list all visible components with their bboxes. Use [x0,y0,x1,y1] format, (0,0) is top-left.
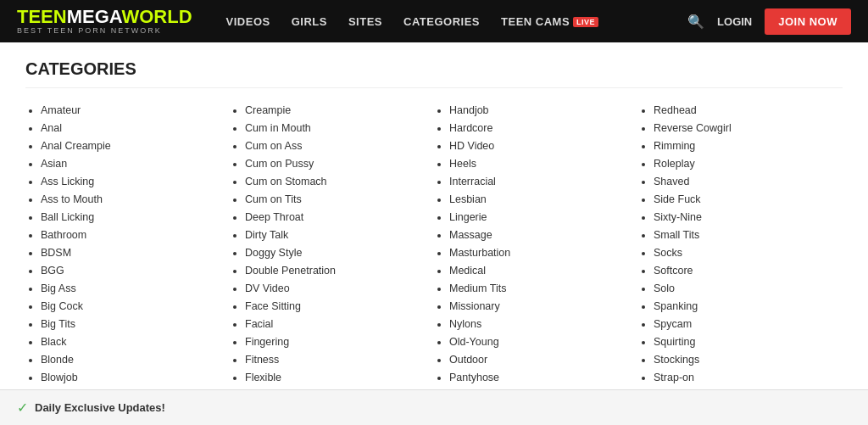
list-item[interactable]: Redhead [654,103,843,119]
list-item[interactable]: Doggy Style [245,246,434,261]
login-button[interactable]: LOGIN [717,15,752,28]
list-item[interactable]: Blonde [41,353,230,368]
list-item[interactable]: Spycam [654,317,843,333]
header: TEENMEGAWORLD Best Teen Porn Network VID… [0,0,868,42]
header-right: 🔍 LOGIN JOIN NOW [687,8,851,35]
list-item[interactable]: Socks [654,246,843,261]
list-item[interactable]: Hardcore [449,121,638,137]
list-item[interactable]: Fitness [245,353,434,368]
list-item[interactable]: Cum in Mouth [245,121,434,137]
list-item[interactable]: Massage [449,228,638,243]
nav-girls[interactable]: GIRLS [292,15,327,28]
list-item[interactable]: Spanking [654,299,843,315]
list-item[interactable]: Anal Creampie [41,139,230,154]
nav-videos[interactable]: VIDEOS [226,15,270,28]
live-badge: LIVE [573,17,598,27]
logo[interactable]: TEENMEGAWORLD Best Teen Porn Network [17,7,192,36]
list-item[interactable]: HD Video [449,139,638,154]
nav-teen-cams[interactable]: TEEN CAMSLIVE [501,15,598,28]
list-item[interactable]: Amateur [41,103,230,119]
list-item[interactable]: Asian [41,157,230,172]
list-item[interactable]: Creampie [245,103,434,119]
list-item[interactable]: Ball Licking [41,210,230,226]
category-col-3: HandjobHardcoreHD VideoHeelsInterracialL… [434,103,638,425]
list-item[interactable]: Face Sitting [245,299,434,315]
list-item[interactable]: Side Fuck [654,193,843,208]
category-col-2: CreampieCum in MouthCum on AssCum on Pus… [230,103,434,425]
nav-sites[interactable]: SITES [348,15,382,28]
list-item[interactable]: Big Tits [41,317,230,333]
bottom-bar-text: Daily Exclusive Updates! [35,401,165,414]
nav-teen-cams-label: TEEN CAMS [501,15,570,28]
list-item[interactable]: Cum on Tits [245,193,434,208]
list-item[interactable]: Rimming [654,139,843,154]
list-item[interactable]: Nylons [449,317,638,333]
list-item[interactable]: Big Ass [41,282,230,297]
main-content: CATEGORIES AmateurAnalAnal CreampieAsian… [0,42,868,425]
list-item[interactable]: Cum on Ass [245,139,434,154]
list-item[interactable]: Ass to Mouth [41,193,230,208]
list-item[interactable]: BDSM [41,246,230,261]
logo-mega: MEGA [67,6,122,27]
list-item[interactable]: Medium Tits [449,282,638,297]
list-item[interactable]: Fingering [245,335,434,350]
list-item[interactable]: Cum on Pussy [245,157,434,172]
list-item[interactable]: Squirting [654,335,843,350]
main-nav: VIDEOS GIRLS SITES CATEGORIES TEEN CAMSL… [226,15,663,28]
list-item[interactable]: Reverse Cowgirl [654,121,843,137]
list-item[interactable]: Outdoor [449,353,638,368]
page-title: CATEGORIES [25,59,843,88]
list-item[interactable]: Anal [41,121,230,137]
list-item[interactable]: Medical [449,264,638,279]
list-item[interactable]: Lesbian [449,193,638,208]
list-item[interactable]: Flexible [245,371,434,386]
list-item[interactable]: Ass Licking [41,175,230,190]
logo-world: WORLD [121,6,192,27]
list-item[interactable]: Old-Young [449,335,638,350]
list-item[interactable]: Interracial [449,175,638,190]
list-item[interactable]: Lingerie [449,210,638,226]
list-item[interactable]: Heels [449,157,638,172]
join-button[interactable]: JOIN NOW [765,8,851,35]
search-icon[interactable]: 🔍 [687,14,704,30]
logo-subtitle: Best Teen Porn Network [17,27,192,36]
list-item[interactable]: Big Cock [41,299,230,315]
category-col-1: AmateurAnalAnal CreampieAsianAss Licking… [25,103,230,425]
list-item[interactable]: Strap-on [654,371,843,386]
list-item[interactable]: Small Tits [654,228,843,243]
bottom-bar: ✓ Daily Exclusive Updates! [0,389,868,425]
category-col-4: RedheadReverse CowgirlRimmingRoleplaySha… [638,103,843,425]
logo-teen: TEEN [17,6,67,27]
list-item[interactable]: Deep Throat [245,210,434,226]
list-item[interactable]: Masturbation [449,246,638,261]
list-item[interactable]: Bathroom [41,228,230,243]
list-item[interactable]: Double Penetration [245,264,434,279]
nav-categories[interactable]: CATEGORIES [403,15,480,28]
list-item[interactable]: Sixty-Nine [654,210,843,226]
list-item[interactable]: Pantyhose [449,371,638,386]
list-item[interactable]: DV Video [245,282,434,297]
check-icon: ✓ [17,400,28,416]
list-item[interactable]: BGG [41,264,230,279]
categories-grid: AmateurAnalAnal CreampieAsianAss Licking… [25,103,843,425]
list-item[interactable]: Dirty Talk [245,228,434,243]
list-item[interactable]: Stockings [654,353,843,368]
list-item[interactable]: Solo [654,282,843,297]
list-item[interactable]: Cum on Stomach [245,175,434,190]
list-item[interactable]: Missionary [449,299,638,315]
list-item[interactable]: Softcore [654,264,843,279]
list-item[interactable]: Handjob [449,103,638,119]
list-item[interactable]: Facial [245,317,434,333]
list-item[interactable]: Black [41,335,230,350]
list-item[interactable]: Roleplay [654,157,843,172]
list-item[interactable]: Blowjob [41,371,230,386]
list-item[interactable]: Shaved [654,175,843,190]
